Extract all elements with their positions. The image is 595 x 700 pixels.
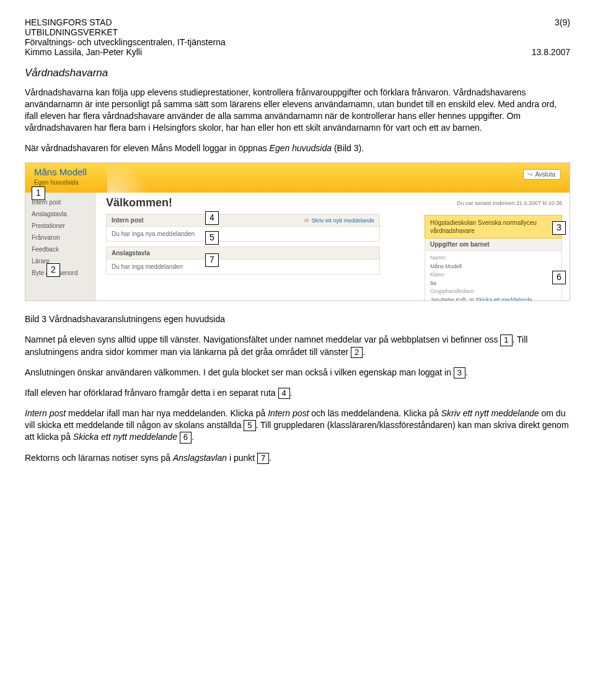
left-nav: Intern post Anslagstavla Prestationer Fr… <box>25 193 95 300</box>
topbar: Måns Modell Egen huvudsida ↪Avsluta <box>25 163 570 193</box>
document-header: HELSINGFORS STAD 3(9) UTBILDNINGSVERKET … <box>25 17 570 57</box>
figure-caption: Bild 3 Vårdnadshavaranslutningens egen h… <box>25 313 570 325</box>
login-paragraph: När vårdnadshavaren för eleven Måns Mode… <box>25 142 570 154</box>
welcome-heading: Välkommen! <box>106 196 172 209</box>
paragraph-welcome: Anslutningen önskar användaren välkommen… <box>25 367 570 378</box>
envelope-icon: ✉ <box>304 217 309 224</box>
nav-feedback[interactable]: Feedback <box>25 243 95 255</box>
nav-byte-losenord[interactable]: Byte av lösenord <box>25 267 95 279</box>
callout-7: 7 <box>205 253 219 267</box>
org-line-1: HELSINGFORS STAD <box>25 17 112 27</box>
intern-post-row: Du har inga nya meddelanden <box>106 227 380 242</box>
breadcrumb: Egen huvudsida <box>34 179 79 186</box>
section-title: Vårdnadshavarna <box>25 67 570 79</box>
logout-icon: ↪ <box>527 171 532 178</box>
child-info-body: Namn: Måns Modell Klass: 8a Grupphandled… <box>425 251 562 301</box>
nav-larare[interactable]: Lärare <box>25 255 95 267</box>
anslagstavla-header: Anslagstavla <box>106 247 380 260</box>
role-box: Högstadieskolan Svenska normallyceu vård… <box>425 215 562 238</box>
nav-anslagstavla[interactable]: Anslagstavla <box>25 208 95 220</box>
screenshot-bild-3: Måns Modell Egen huvudsida ↪Avsluta Inte… <box>25 162 570 301</box>
callout-5: 5 <box>205 231 219 245</box>
last-login: Du var senast inskriven 21.6.2007 kl 10:… <box>457 200 562 206</box>
org-line-2: UTBILDNINGSVERKET <box>25 27 118 37</box>
authors: Kimmo Lassila, Jan-Peter Kylli <box>25 47 142 57</box>
org-line-3: Förvaltnings- och utvecklingscentralen, … <box>25 37 226 47</box>
intern-post-header: Intern post ✉Skriv ett nytt meddelande <box>106 214 380 227</box>
paragraph-internpost: Intern post meddelar ifall man har nya m… <box>25 408 570 443</box>
nav-prestationer[interactable]: Prestationer <box>25 220 95 232</box>
envelope-icon: ✉ <box>469 297 474 302</box>
callout-6: 6 <box>552 271 566 284</box>
anslagstavla-row: Du har inga meddelanden <box>106 260 380 274</box>
write-new-message-link[interactable]: ✉Skriv ett nytt meddelande <box>304 217 374 224</box>
callout-3: 3 <box>552 221 566 235</box>
student-name: Måns Modell <box>34 167 87 177</box>
child-info-header: Uppgifter om barnet <box>425 238 562 251</box>
intro-paragraph: Vårdnadshavarna kan följa upp elevens st… <box>25 87 570 134</box>
callout-2: 2 <box>46 263 60 277</box>
paragraph-anslagstavla: Rektorns och lärarnas notiser syns på An… <box>25 452 570 464</box>
send-message-link[interactable]: Skicka ett meddelande <box>476 297 532 302</box>
logout-button[interactable]: ↪Avsluta <box>523 169 561 180</box>
nav-franvaron[interactable]: Frånvaron <box>25 232 95 243</box>
right-column: Högstadieskolan Svenska normallyceu vård… <box>425 215 562 301</box>
date: 13.8.2007 <box>532 47 570 57</box>
page-number: 3(9) <box>555 17 570 27</box>
callout-1: 1 <box>32 186 45 200</box>
paragraph-absence: Ifall eleven har oförklarad frånvaro fra… <box>25 387 570 399</box>
callout-4: 4 <box>205 211 219 225</box>
paragraph-nav: Namnet på eleven syns alltid uppe till v… <box>25 334 570 358</box>
center-column: Intern post ✉Skriv ett nytt meddelande D… <box>106 214 380 274</box>
